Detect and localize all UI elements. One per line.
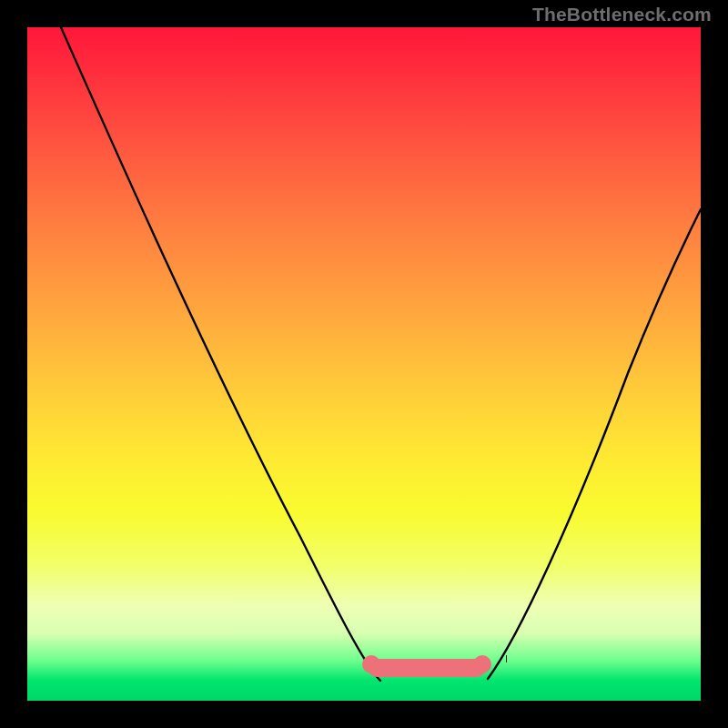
axis-tick: [506, 655, 507, 662]
minimum-well-marker: [368, 659, 486, 677]
chart-frame: TheBottleneck.com: [0, 0, 728, 728]
curve-left-branch: [61, 27, 380, 681]
watermark-text: TheBottleneck.com: [532, 4, 712, 25]
curve-right-branch: [488, 209, 701, 679]
plot-area: [27, 27, 701, 701]
bottleneck-curve: [27, 27, 701, 701]
